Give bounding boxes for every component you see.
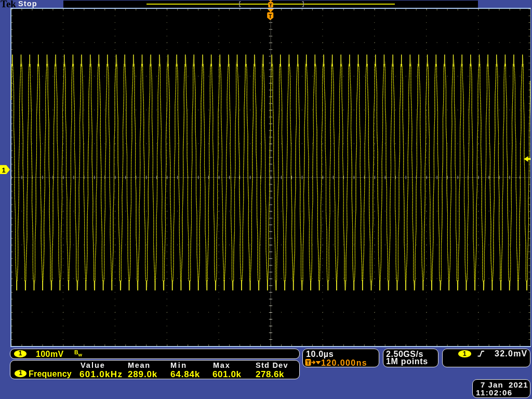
svg-text:1: 1	[2, 166, 6, 174]
svg-text:T: T	[307, 360, 310, 366]
svg-text:T: T	[269, 13, 272, 19]
